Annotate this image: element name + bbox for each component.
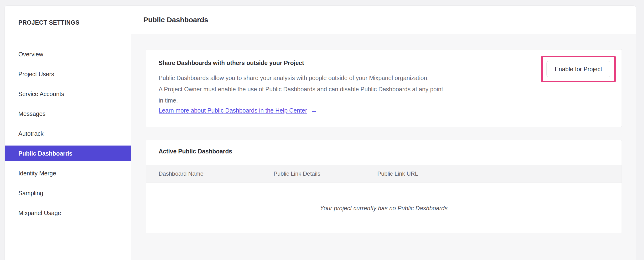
column-header-public-link-details: Public Link Details	[274, 165, 320, 183]
share-card-title: Share Dashboards with others outside you…	[158, 60, 304, 66]
help-center-link-row: Learn more about Public Dashboards in th…	[158, 107, 317, 114]
sidebar-item-project-users[interactable]: Project Users	[5, 66, 131, 82]
dashboards-table-header: Dashboard Name Public Link Details Publi…	[146, 165, 622, 183]
description-line-3: in time.	[158, 95, 443, 106]
sidebar-item-sampling[interactable]: Sampling	[5, 185, 131, 201]
sidebar-item-service-accounts[interactable]: Service Accounts	[5, 86, 131, 102]
sidebar-item-mixpanel-usage[interactable]: Mixpanel Usage	[5, 205, 131, 221]
share-card-description: Public Dashboards allow you to share you…	[158, 72, 443, 106]
annotation-highlight-box: Enable for Project	[541, 56, 616, 82]
arrow-right-icon: →	[311, 107, 317, 114]
share-dashboards-card: Share Dashboards with others outside you…	[146, 49, 622, 127]
sidebar-nav: Overview Project Users Service Accounts …	[5, 46, 131, 225]
sidebar-item-messages[interactable]: Messages	[5, 106, 131, 122]
column-header-public-link-url: Public Link URL	[377, 165, 418, 183]
empty-state-row: Your project currently has no Public Das…	[146, 183, 622, 233]
sidebar-item-autotrack[interactable]: Autotrack	[5, 126, 131, 142]
sidebar-item-overview[interactable]: Overview	[5, 46, 131, 62]
page-title: Public Dashboards	[143, 16, 208, 24]
sidebar-title: PROJECT SETTINGS	[18, 19, 80, 26]
project-settings-sidebar: PROJECT SETTINGS Overview Project Users …	[4, 6, 131, 260]
enable-for-project-button[interactable]: Enable for Project	[546, 61, 610, 77]
column-header-dashboard-name: Dashboard Name	[158, 165, 204, 183]
description-line-1: Public Dashboards allow you to share you…	[158, 72, 443, 84]
sidebar-item-identity-merge[interactable]: Identity Merge	[5, 165, 131, 181]
empty-state-message: Your project currently has no Public Das…	[320, 205, 448, 212]
page: PROJECT SETTINGS Overview Project Users …	[0, 0, 644, 260]
active-dashboards-card: Active Public Dashboards Dashboard Name …	[146, 140, 622, 233]
description-line-2: A Project Owner must enable the use of P…	[158, 84, 443, 95]
main-panel: Public Dashboards Share Dashboards with …	[131, 6, 636, 260]
sidebar-item-public-dashboards[interactable]: Public Dashboards	[5, 146, 131, 161]
help-center-link[interactable]: Learn more about Public Dashboards in th…	[158, 107, 307, 114]
active-card-title: Active Public Dashboards	[158, 148, 232, 155]
main-header: Public Dashboards	[131, 6, 636, 34]
